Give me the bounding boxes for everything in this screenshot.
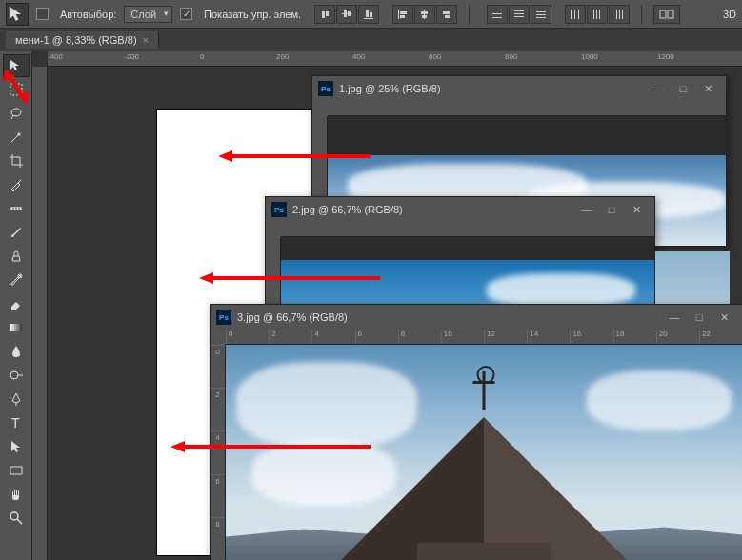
align-group-2 [392, 5, 457, 24]
blur-tool[interactable] [3, 340, 30, 363]
healing-brush-tool[interactable] [3, 197, 30, 220]
annotation-arrow-3 [166, 437, 375, 456]
options-bar: Автовыбор: Слой Показать упр. элем. 3D [0, 0, 742, 29]
svg-rect-13 [421, 11, 428, 14]
distribute-group-1 [487, 5, 551, 24]
magic-wand-tool[interactable] [3, 126, 30, 149]
window-titlebar[interactable]: Ps 1.jpg @ 25% (RGB/8) — □ ✕ [312, 76, 726, 101]
document-tab-bar: мени-1 @ 8,33% (RGB/8) × [0, 29, 742, 51]
svg-point-49 [10, 512, 18, 520]
show-transform-controls-checkbox[interactable] [180, 8, 192, 20]
annotation-arrow-toolbox [0, 65, 38, 112]
window-title: 1.jpg @ 25% (RGB/8) [339, 83, 640, 94]
svg-rect-6 [364, 18, 373, 19]
move-tool-preset-icon[interactable] [6, 3, 29, 26]
document-window-3[interactable]: Ps 3.jpg @ 66,7% (RGB/8) — □ ✕ 024681012… [210, 304, 742, 560]
crop-tool[interactable] [3, 150, 30, 172]
svg-rect-23 [514, 16, 524, 17]
svg-rect-26 [536, 17, 546, 18]
svg-rect-16 [443, 11, 450, 14]
eraser-tool[interactable] [3, 292, 30, 315]
document-tab-title: мени-1 @ 8,33% (RGB/8) [15, 34, 137, 46]
history-brush-tool[interactable] [3, 269, 30, 291]
svg-rect-24 [536, 11, 546, 12]
svg-rect-36 [660, 10, 666, 18]
distribute-right-button[interactable] [609, 5, 630, 24]
zoom-tool[interactable] [3, 507, 30, 530]
autoselect-target-dropdown[interactable]: Слой [124, 6, 172, 23]
type-tool[interactable]: T [3, 411, 30, 434]
window-title: 3.jpg @ 66,7% (RGB/8) [237, 311, 656, 323]
path-selection-tool[interactable] [3, 435, 30, 458]
distribute-bottom-button[interactable] [531, 5, 551, 24]
eyedropper-tool[interactable] [3, 173, 30, 196]
distribute-group-2 [565, 5, 630, 24]
svg-rect-22 [514, 13, 524, 14]
doc-ruler-h [328, 101, 726, 116]
window-titlebar[interactable]: Ps 3.jpg @ 66,7% (RGB/8) — □ ✕ [211, 305, 742, 330]
distribute-hcenter-button[interactable] [587, 5, 608, 24]
svg-rect-15 [451, 10, 451, 19]
pen-tool[interactable] [3, 388, 30, 410]
align-bottom-button[interactable] [358, 5, 379, 24]
ruler-vertical [32, 67, 48, 560]
distribute-vcenter-button[interactable] [509, 5, 530, 24]
hand-tool[interactable] [3, 483, 30, 506]
minimize-button[interactable]: — [662, 308, 687, 327]
separator [469, 5, 470, 24]
minimize-button[interactable]: — [574, 200, 599, 219]
distribute-top-button[interactable] [487, 5, 508, 24]
align-right-button[interactable] [436, 5, 457, 24]
align-left-button[interactable] [392, 5, 413, 24]
svg-rect-4 [344, 10, 347, 17]
gradient-tool[interactable] [3, 316, 30, 339]
svg-rect-32 [599, 10, 600, 19]
distribute-left-button[interactable] [565, 5, 586, 24]
close-button[interactable]: ✕ [712, 308, 736, 327]
svg-rect-14 [422, 15, 427, 18]
window-titlebar[interactable]: Ps 2.jpg @ 66,7% (RGB/8) — □ ✕ [266, 197, 654, 222]
ruler-horizontal: -400-200020040060080010001200 [48, 51, 742, 67]
svg-text:T: T [11, 415, 20, 430]
ps-icon: Ps [216, 310, 231, 325]
annotation-arrow-2 [194, 269, 385, 288]
align-hcenter-button[interactable] [414, 5, 435, 24]
document-tab[interactable]: мени-1 @ 8,33% (RGB/8) × [6, 31, 159, 49]
maximize-button[interactable]: □ [599, 200, 624, 219]
rectangle-tool[interactable] [3, 459, 30, 482]
svg-rect-11 [400, 15, 405, 18]
autoselect-label: Автовыбор: [60, 9, 116, 20]
canvas-area[interactable]: -400-200020040060080010001200 Ps 1.jpg @… [32, 51, 742, 560]
autoselect-checkbox[interactable] [36, 8, 49, 20]
svg-rect-9 [398, 10, 399, 19]
svg-rect-30 [593, 10, 594, 19]
svg-rect-27 [571, 10, 572, 19]
workspace: T -400-200020040060080010001200 Ps 1.jpg… [0, 51, 742, 560]
close-button[interactable]: ✕ [695, 79, 720, 98]
svg-marker-55 [170, 441, 185, 452]
svg-rect-31 [596, 10, 597, 19]
show-transform-controls-label: Показать упр. элем. [204, 9, 301, 20]
mode-3d-label[interactable]: 3D [723, 9, 736, 20]
tab-close-icon[interactable]: × [143, 34, 149, 46]
maximize-button[interactable]: □ [687, 308, 712, 327]
svg-rect-8 [370, 12, 372, 17]
minimize-button[interactable]: — [646, 79, 671, 98]
align-top-button[interactable] [314, 5, 335, 24]
toolbox: T [0, 51, 32, 560]
doc-ruler-h: 0246810121416182022 [226, 330, 742, 345]
doc-ruler-h [281, 222, 654, 237]
ps-icon: Ps [318, 81, 333, 96]
clone-stamp-tool[interactable] [3, 245, 30, 268]
cross-icon [483, 371, 486, 410]
church-roof [341, 408, 627, 560]
align-vcenter-button[interactable] [336, 5, 357, 24]
brush-tool[interactable] [3, 221, 30, 244]
svg-rect-28 [574, 10, 575, 19]
svg-rect-33 [616, 10, 617, 19]
maximize-button[interactable]: □ [671, 79, 695, 98]
auto-align-button[interactable] [653, 5, 680, 24]
svg-rect-19 [492, 13, 502, 14]
dodge-tool[interactable] [3, 364, 30, 387]
close-button[interactable]: ✕ [624, 200, 649, 219]
